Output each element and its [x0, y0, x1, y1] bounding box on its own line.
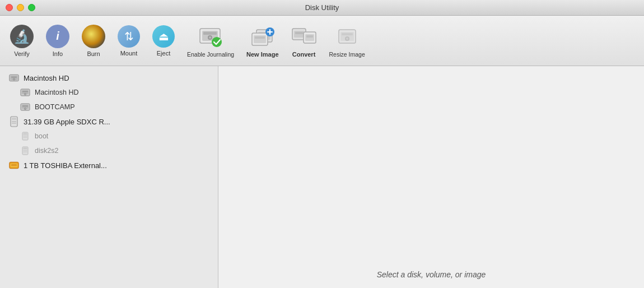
sidebar-item-sdxc[interactable]: 31.39 GB Apple SDXC R...: [0, 114, 218, 129]
svg-rect-50: [24, 148, 27, 150]
eject-label: Eject: [157, 50, 170, 57]
mount-label: Mount: [120, 50, 138, 57]
svg-rect-51: [24, 150, 27, 151]
macintosh-hd-vol-label: Macintosh HD: [35, 89, 79, 96]
svg-rect-43: [12, 121, 16, 122]
detail-hint: Select a disk, volume, or image: [377, 270, 486, 279]
verify-label: Verify: [14, 50, 30, 57]
boot-icon: [20, 131, 30, 141]
svg-rect-23: [342, 33, 353, 35]
sidebar-item-boot[interactable]: boot: [0, 129, 218, 143]
hd-vol-icon: [20, 87, 30, 97]
convert-icon: [291, 24, 317, 49]
close-button[interactable]: [6, 4, 13, 11]
svg-rect-46: [24, 133, 27, 135]
eject-icon: ⏏: [152, 25, 175, 48]
burn-icon: [82, 25, 105, 48]
svg-rect-17: [295, 32, 303, 34]
verify-icon: 🔬: [10, 25, 34, 48]
sidebar-item-toshiba[interactable]: 1 TB TOSHIBA External...: [0, 158, 218, 173]
resize-image-label: Resize Image: [329, 51, 365, 58]
enable-journaling-icon: [198, 24, 223, 49]
svg-rect-42: [12, 118, 16, 120]
convert-label: Convert: [292, 51, 316, 58]
sidebar-item-macintosh-hd-vol[interactable]: Macintosh HD: [0, 85, 218, 100]
svg-rect-20: [306, 35, 313, 38]
window-controls: [6, 4, 35, 11]
title-bar: Disk Utility: [0, 0, 644, 16]
svg-rect-33: [22, 91, 28, 92]
resize-image-icon: [334, 24, 360, 49]
svg-point-40: [25, 108, 26, 109]
window-title: Disk Utility: [305, 3, 339, 12]
toolbar-verify[interactable]: 🔬 Verify: [4, 22, 39, 59]
toolbar-info[interactable]: i Info: [40, 22, 75, 59]
sdxc-icon: [9, 117, 19, 127]
toolbar-mount[interactable]: ⇅ Mount: [112, 23, 146, 59]
svg-point-5: [212, 37, 222, 47]
burn-label: Burn: [87, 50, 100, 57]
toolbar-resize-image[interactable]: Resize Image: [324, 22, 371, 60]
info-icon: i: [46, 25, 69, 48]
disk2s2-label: disk2s2: [35, 147, 58, 155]
svg-rect-48: [24, 137, 27, 138]
maximize-button[interactable]: [28, 4, 35, 11]
mount-icon: ⇅: [118, 25, 140, 48]
bootcamp-label: BOOTCAMP: [35, 103, 75, 111]
sidebar-item-disk2s2[interactable]: disk2s2: [0, 143, 218, 158]
svg-point-4: [209, 36, 211, 39]
main-content: Macintosh HD Macintosh HD: [0, 66, 644, 288]
svg-rect-52: [24, 152, 27, 152]
toolbar-eject[interactable]: ⏏ Eject: [147, 23, 180, 59]
svg-rect-38: [22, 105, 28, 107]
disk2s2-icon: [20, 146, 30, 156]
toolbar-new-image[interactable]: New Image: [241, 22, 284, 60]
svg-rect-11: [255, 36, 265, 39]
toshiba-label: 1 TB TOSHIBA External...: [24, 161, 107, 170]
new-image-icon: [250, 24, 276, 49]
svg-rect-47: [24, 136, 27, 136]
detail-area: Select a disk, volume, or image: [218, 66, 644, 288]
sidebar: Macintosh HD Macintosh HD: [0, 66, 218, 288]
svg-rect-55: [11, 164, 17, 165]
macintosh-hd-disk-label: Macintosh HD: [24, 74, 69, 82]
sidebar-item-macintosh-hd-disk[interactable]: Macintosh HD: [0, 71, 218, 85]
info-label: Info: [53, 50, 63, 57]
svg-rect-28: [11, 77, 17, 78]
toolbar-enable-journaling[interactable]: Enable Journaling: [181, 22, 240, 60]
minimize-button[interactable]: [17, 4, 24, 11]
svg-point-35: [25, 94, 26, 95]
toolbar-burn[interactable]: Burn: [76, 22, 111, 59]
new-image-label: New Image: [246, 51, 278, 58]
hd-disk-icon: [9, 73, 19, 83]
svg-rect-44: [12, 123, 16, 124]
sidebar-item-bootcamp[interactable]: BOOTCAMP: [0, 100, 218, 114]
toolbar: 🔬 Verify i Info Burn ⇅ Mount ⏏ Eject: [0, 16, 644, 66]
bootcamp-icon: [20, 102, 30, 112]
toolbar-convert[interactable]: Convert: [286, 22, 323, 60]
svg-point-30: [13, 78, 15, 80]
boot-label: boot: [35, 132, 48, 140]
svg-point-25: [346, 38, 348, 40]
toshiba-icon: [9, 160, 19, 170]
sdxc-label: 31.39 GB Apple SDXC R...: [24, 118, 110, 126]
svg-rect-2: [203, 32, 217, 35]
enable-journaling-label: Enable Journaling: [187, 51, 234, 58]
